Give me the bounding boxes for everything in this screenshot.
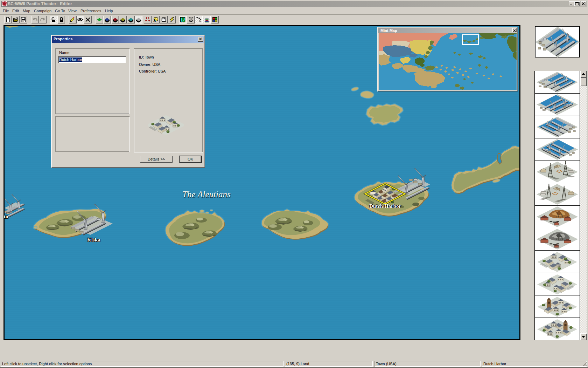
svg-text:A: A [153, 19, 156, 22]
